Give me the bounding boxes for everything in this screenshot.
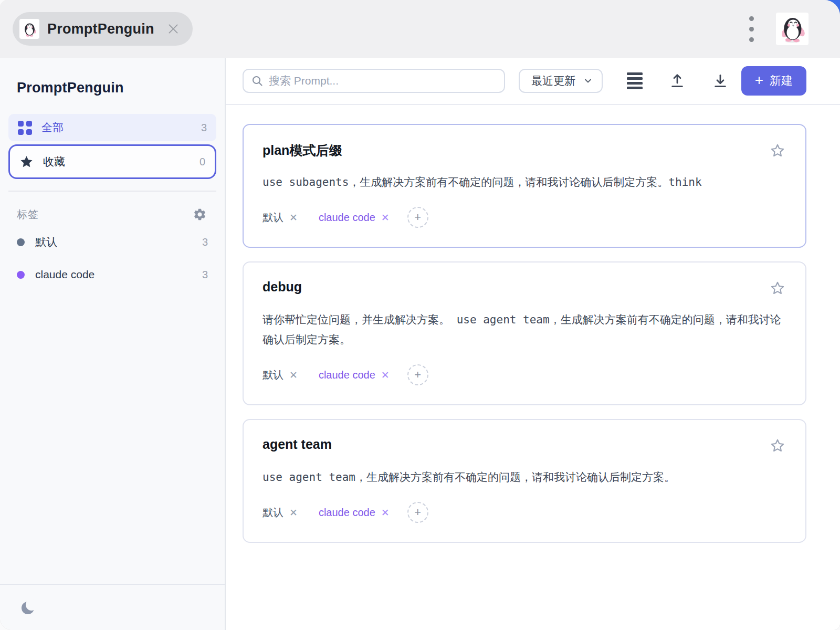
sort-dropdown[interactable]: 最近更新 [519, 69, 603, 93]
sidebar-footer [0, 584, 225, 630]
remove-tag-icon[interactable]: ✕ [289, 370, 298, 380]
prompt-title: agent team [262, 437, 332, 452]
sidebar-item-label: 收藏 [43, 154, 190, 169]
tag-chip-label: 默认 [262, 506, 284, 520]
remove-tag-icon[interactable]: ✕ [289, 508, 298, 518]
sidebar-tag-default[interactable]: 默认 3 [17, 226, 208, 258]
sidebar-item-favorites[interactable]: 收藏 0 [8, 144, 216, 179]
sort-label: 最近更新 [531, 74, 575, 88]
plus-icon: + [755, 73, 763, 88]
sidebar-divider [8, 191, 216, 192]
main-panel: 最近更新 [226, 58, 840, 630]
download-icon[interactable] [710, 70, 731, 91]
gear-icon[interactable] [192, 206, 208, 223]
search-input[interactable] [269, 75, 497, 87]
new-button-label: 新建 [770, 73, 793, 89]
add-tag-button[interactable]: + [407, 207, 428, 228]
chevron-down-icon [583, 76, 593, 86]
search-icon [251, 75, 264, 87]
more-menu-icon[interactable] [746, 13, 757, 45]
remove-tag-icon[interactable]: ✕ [381, 370, 390, 380]
prompt-list: plan模式后缀 use subagents，生成解决方案前有不确定的问题，请和… [226, 105, 840, 630]
list-view-icon[interactable] [625, 70, 645, 91]
grid-icon [18, 121, 32, 135]
tag-dot [17, 238, 25, 246]
tag-count: 3 [202, 236, 208, 248]
prompt-body: 请你帮忙定位问题，并生成解决方案。 use agent team，生成解决方案前… [262, 310, 786, 350]
star-outline-icon[interactable] [769, 279, 786, 297]
sidebar-item-count: 3 [201, 122, 207, 134]
sidebar-item-label: 全部 [41, 120, 192, 135]
add-tag-button[interactable]: + [407, 364, 428, 385]
tag-chip-default: 默认 ✕ [262, 368, 298, 382]
remove-tag-icon[interactable]: ✕ [381, 213, 390, 223]
upload-icon[interactable] [667, 70, 688, 91]
new-prompt-button[interactable]: + 新建 [741, 66, 806, 96]
add-tag-button[interactable]: + [407, 502, 428, 523]
tag-chip-label: claude code [319, 369, 375, 381]
tab-close-icon[interactable] [165, 21, 181, 37]
app-window: PromptPenguin [0, 0, 840, 630]
tag-chip-claude-code: claude code ✕ [319, 507, 390, 519]
tag-chip-label: 默认 [262, 211, 284, 225]
prompt-title: plan模式后缀 [262, 142, 342, 159]
prompt-body: use agent team，生成解决方案前有不确定的问题，请和我讨论确认后制定… [262, 467, 786, 487]
prompt-title: debug [262, 279, 302, 295]
tag-label: claude code [35, 268, 192, 281]
star-outline-icon[interactable] [769, 142, 786, 160]
remove-tag-icon[interactable]: ✕ [289, 213, 298, 223]
tag-dot [17, 271, 25, 279]
remove-tag-icon[interactable]: ✕ [381, 508, 390, 518]
prompt-body: use subagents，生成解决方案前有不确定的问题，请和我讨论确认后制定方… [262, 172, 786, 192]
search-box [243, 69, 505, 93]
dark-mode-moon-icon[interactable] [20, 599, 37, 616]
toolbar: 最近更新 [226, 58, 840, 105]
app-title: PromptPenguin [17, 80, 225, 96]
tag-chip-default: 默认 ✕ [262, 506, 298, 520]
star-outline-icon[interactable] [769, 437, 786, 455]
star-filled-icon [19, 155, 34, 169]
tag-chip-label: claude code [319, 507, 375, 519]
penguin-favicon-icon [19, 19, 39, 39]
tag-chip-claude-code: claude code ✕ [319, 212, 390, 224]
tag-label: 默认 [35, 235, 192, 249]
tag-count: 3 [202, 269, 208, 281]
tag-chip-default: 默认 ✕ [262, 211, 298, 225]
browser-tab-promptpenguin[interactable]: PromptPenguin [13, 12, 193, 46]
sidebar-item-all[interactable]: 全部 3 [8, 114, 216, 141]
prompt-card[interactable]: agent team use agent team，生成解决方案前有不确定的问题… [243, 419, 806, 543]
sidebar-item-count: 0 [200, 156, 205, 168]
penguin-avatar[interactable] [776, 13, 808, 45]
tab-title: PromptPenguin [47, 21, 154, 37]
tag-chip-label: claude code [319, 212, 375, 224]
prompt-card[interactable]: plan模式后缀 use subagents，生成解决方案前有不确定的问题，请和… [243, 124, 806, 248]
sidebar: PromptPenguin 全部 3 收藏 0 [0, 58, 226, 630]
tab-bar: PromptPenguin [0, 0, 840, 58]
tag-chip-claude-code: claude code ✕ [319, 369, 390, 381]
prompt-card[interactable]: debug 请你帮忙定位问题，并生成解决方案。 use agent team，生… [243, 261, 806, 405]
tag-chip-label: 默认 [262, 368, 284, 382]
tags-section-label: 标签 [17, 207, 39, 222]
sidebar-tag-claude-code[interactable]: claude code 3 [17, 258, 208, 291]
